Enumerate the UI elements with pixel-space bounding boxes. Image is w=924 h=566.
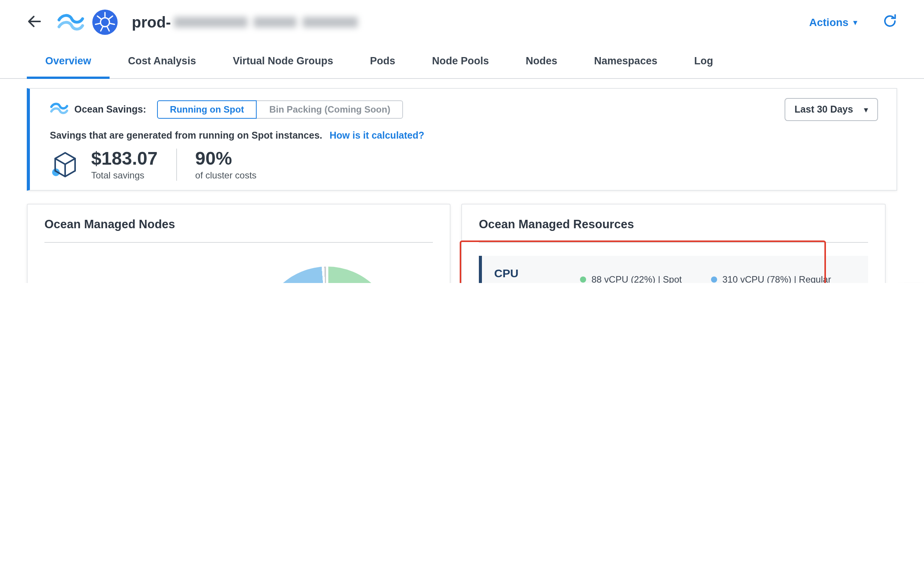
cpu-value: 398 vCPU: [494, 281, 571, 283]
ocean-managed-resources-card: Ocean Managed Resources CPU 398 vCPU 88 …: [461, 204, 886, 283]
spot-ocean-logo: [57, 11, 84, 33]
cpu-regular-stat: 310 vCPU (78%) | Regular: [711, 274, 831, 283]
divider: [176, 149, 177, 181]
kubernetes-logo: [92, 9, 118, 35]
managed-nodes-title: Ocean Managed Nodes: [44, 217, 433, 232]
page-title: prod-: [132, 13, 358, 31]
tab-pods[interactable]: Pods: [352, 44, 414, 79]
tab-nodes[interactable]: Nodes: [507, 44, 576, 79]
tab-bar: Overview Cost Analysis Virtual Node Grou…: [0, 44, 924, 79]
tab-cost-analysis[interactable]: Cost Analysis: [110, 44, 215, 79]
refresh-button[interactable]: [882, 13, 898, 31]
chevron-down-icon: ▾: [864, 105, 868, 115]
period-dropdown[interactable]: Last 30 Days ▾: [785, 98, 878, 121]
actions-label: Actions: [809, 16, 849, 28]
divider: [479, 242, 868, 243]
header-actions: Actions ▾: [804, 13, 898, 31]
savings-stats: $183.07 Total savings 90% of cluster cos…: [50, 149, 878, 181]
cpu-label: CPU: [494, 266, 571, 279]
cpu-regular-text: 310 vCPU (78%) | Regular: [722, 274, 831, 283]
cpu-spot-stat: 88 vCPU (22%) | Spot: [580, 274, 682, 283]
spot-dot-icon: [580, 276, 586, 283]
savings-description-text: Savings that are generated from running …: [50, 130, 322, 141]
refresh-icon: [882, 13, 898, 31]
regular-dot-icon: [711, 276, 717, 283]
period-value: Last 30 Days: [795, 104, 853, 115]
cpu-spot-text: 88 vCPU (22%) | Spot: [591, 274, 682, 283]
back-button[interactable]: [26, 13, 43, 32]
redacted-cluster-name: [174, 17, 358, 28]
dashboard-cards: Ocean Managed Nodes Spot 40% (22) Regula…: [27, 204, 897, 283]
tab-overview[interactable]: Overview: [27, 44, 110, 79]
ocean-savings-panel: Ocean Savings: Running on Spot Bin Packi…: [27, 88, 897, 191]
tab-virtual-node-groups[interactable]: Virtual Node Groups: [215, 44, 352, 79]
how-calculated-link[interactable]: How is it calculated?: [329, 130, 424, 141]
total-savings-value: $183.07: [91, 149, 158, 168]
savings-mode-toggle: Running on Spot Bin Packing (Coming Soon…: [157, 100, 403, 119]
savings-description: Savings that are generated from running …: [50, 130, 878, 141]
actions-dropdown-button[interactable]: Actions ▾: [804, 15, 862, 29]
ocean-savings-label: Ocean Savings:: [74, 104, 146, 115]
ocean-wave-icon: [50, 101, 68, 118]
running-on-spot-toggle[interactable]: Running on Spot: [157, 100, 257, 119]
chevron-down-icon: ▾: [853, 17, 857, 27]
cluster-cost-percent: 90%: [195, 149, 257, 168]
cluster-cost-block: 90% of cluster costs: [195, 149, 257, 181]
cpu-resource-row: CPU 398 vCPU 88 vCPU (22%) | Spot 310 vC…: [479, 256, 868, 283]
app-window: prod- Actions ▾ Overview Cost Analysis V…: [0, 0, 924, 283]
header: prod- Actions ▾: [0, 0, 924, 44]
tab-log[interactable]: Log: [676, 44, 732, 79]
bin-packing-toggle[interactable]: Bin Packing (Coming Soon): [256, 100, 403, 119]
managed-resources-title: Ocean Managed Resources: [479, 217, 868, 232]
arrow-left-icon: [26, 13, 43, 32]
total-savings-label: Total savings: [91, 170, 158, 181]
tab-namespaces[interactable]: Namespaces: [576, 44, 676, 79]
total-savings-block: $183.07 Total savings: [91, 149, 158, 181]
ocean-managed-nodes-card: Ocean Managed Nodes Spot 40% (22) Regula…: [27, 204, 451, 283]
tab-node-pools[interactable]: Node Pools: [414, 44, 508, 79]
cube-icon: [50, 149, 80, 180]
cluster-name-prefix: prod-: [132, 13, 171, 31]
managed-nodes-donut: 54/ 55 Managed Nodes: [260, 267, 395, 283]
cluster-cost-label: of cluster costs: [195, 170, 257, 181]
